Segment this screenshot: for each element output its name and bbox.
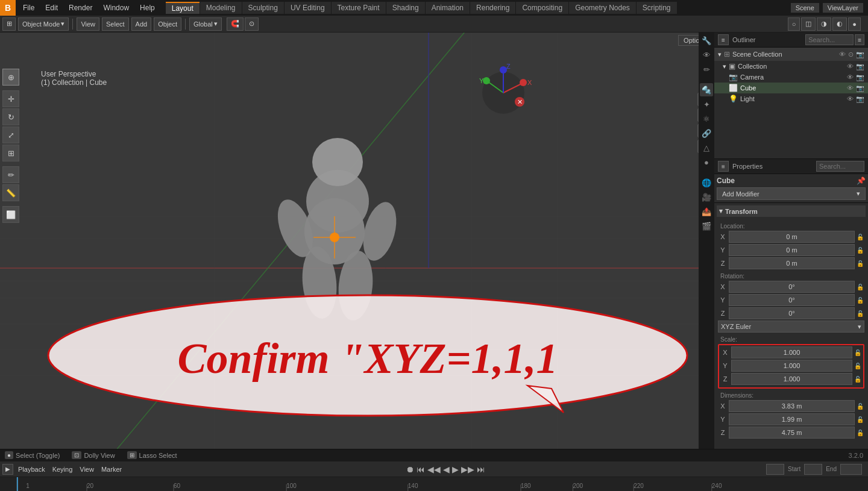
cube-render[interactable]: 📷: [856, 84, 864, 92]
cube-vis[interactable]: 👁: [847, 84, 854, 92]
select-btn[interactable]: Select: [102, 17, 129, 31]
add-cube-tool[interactable]: ⬜: [2, 206, 19, 223]
shading-rendered[interactable]: ●: [848, 17, 861, 31]
scale-x-lock[interactable]: 🔓: [854, 348, 862, 357]
loc-x-lock[interactable]: 🔓: [856, 233, 864, 241]
rot-x-lock[interactable]: 🔓: [856, 283, 864, 291]
properties-type-icon[interactable]: ≡: [718, 161, 729, 172]
dim-z-value[interactable]: 4.75 m: [729, 427, 855, 439]
outliner-item-collection[interactable]: ▾ ▣ Collection 👁 📷: [714, 61, 868, 72]
play-back-btn[interactable]: ◀: [443, 464, 450, 474]
tab-modeling[interactable]: Modeling: [200, 2, 242, 14]
overlay-btn[interactable]: ○: [788, 17, 800, 31]
view-layer-name[interactable]: ViewLayer: [823, 3, 863, 13]
timeline-view[interactable]: View: [77, 466, 96, 473]
tab-uv-editing[interactable]: UV Editing: [285, 2, 331, 14]
scene-collection-item[interactable]: ▾ ⊞ Scene Collection 👁 ⊙ 📷: [714, 48, 868, 61]
prop-icon-view[interactable]: 👁: [700, 48, 713, 61]
play-btn[interactable]: ▶: [452, 464, 459, 474]
tab-sculpting[interactable]: Sculpting: [242, 2, 284, 14]
loc-z-value[interactable]: 0 m: [729, 257, 855, 269]
tab-rendering[interactable]: Rendering: [470, 2, 515, 14]
view-btn[interactable]: View: [77, 17, 99, 31]
jump-end-btn[interactable]: ⏭: [477, 464, 485, 474]
transform-tool[interactable]: ⊞: [2, 145, 19, 161]
collection-vis[interactable]: 👁: [847, 63, 854, 70]
prop-icon-render[interactable]: 🎥: [700, 190, 713, 204]
record-btn[interactable]: ⏺: [406, 464, 414, 474]
timeline-keying[interactable]: Keying: [50, 466, 75, 473]
timeline-playback[interactable]: Playback: [16, 466, 48, 473]
outliner-filter-btn[interactable]: ≡: [855, 34, 864, 45]
light-vis[interactable]: 👁: [847, 95, 854, 103]
start-frame-input[interactable]: 1: [804, 464, 822, 475]
scene-collection-vis-icon[interactable]: 👁: [839, 51, 846, 58]
prop-icon-edit[interactable]: ✏: [700, 63, 713, 76]
menu-render[interactable]: Render: [64, 2, 97, 13]
scale-y-lock[interactable]: 🔓: [854, 361, 862, 370]
scene-collection-render-icon[interactable]: 📷: [856, 51, 864, 58]
dim-z-lock[interactable]: 🔓: [856, 428, 864, 437]
tab-shading[interactable]: Shading: [386, 2, 425, 14]
transform-header[interactable]: ▾ Transform: [717, 205, 866, 217]
tab-geometry-nodes[interactable]: Geometry Nodes: [569, 2, 636, 14]
loc-x-value[interactable]: 0 m: [729, 231, 855, 243]
scale-z-lock[interactable]: 🔓: [854, 375, 862, 383]
outliner-item-camera[interactable]: 📷 Camera 👁 📷: [714, 72, 868, 83]
outliner-type-icon[interactable]: ≡: [718, 34, 729, 45]
prop-icon-data[interactable]: △: [700, 141, 713, 154]
prop-icon-world[interactable]: 🌐: [700, 176, 713, 189]
menu-window[interactable]: Window: [98, 2, 134, 13]
scale-y-value[interactable]: 1.000: [731, 360, 852, 372]
rot-z-lock[interactable]: 🔓: [856, 309, 864, 317]
prop-icon-output[interactable]: 📤: [700, 205, 713, 218]
prop-icon-particles[interactable]: ✦: [700, 98, 713, 111]
timeline-type-icon[interactable]: ▶: [2, 464, 13, 475]
shading-material[interactable]: ◐: [832, 17, 847, 31]
annotate-tool[interactable]: ✏: [2, 166, 19, 183]
dim-y-lock[interactable]: 🔓: [856, 415, 864, 424]
prop-icon-physics[interactable]: ⚛: [700, 112, 713, 125]
rot-y-value[interactable]: 0°: [729, 294, 855, 306]
move-tool[interactable]: ✛: [2, 90, 19, 107]
tab-layout[interactable]: Layout: [166, 2, 200, 14]
outliner-search[interactable]: [805, 34, 854, 45]
snap-btn[interactable]: 🧲: [227, 17, 244, 31]
menu-help[interactable]: Help: [135, 2, 160, 13]
rotate-tool[interactable]: ↻: [2, 108, 19, 125]
dim-x-lock[interactable]: 🔓: [856, 402, 864, 410]
tab-animation[interactable]: Animation: [426, 2, 470, 14]
prop-icon-scene2[interactable]: 🎬: [700, 219, 713, 233]
prop-icon-constraints[interactable]: 🔗: [700, 127, 713, 140]
menu-edit[interactable]: Edit: [40, 2, 63, 13]
menu-file[interactable]: File: [18, 2, 39, 13]
camera-render[interactable]: 📷: [856, 73, 864, 81]
rot-y-lock[interactable]: 🔓: [856, 296, 864, 304]
outliner-item-light[interactable]: 💡 Light 👁 📷: [714, 93, 868, 104]
tab-compositing[interactable]: Compositing: [516, 2, 568, 14]
prop-icon-modifier[interactable]: 🔩: [700, 83, 713, 96]
scene-name[interactable]: Scene: [791, 3, 819, 13]
proportional-btn[interactable]: ⊙: [245, 17, 259, 31]
euler-mode-dropdown[interactable]: XYZ Euler ▾: [718, 321, 864, 333]
prop-icon-material[interactable]: ●: [700, 155, 713, 169]
collection-render[interactable]: 📷: [856, 63, 864, 70]
loc-z-lock[interactable]: 🔓: [856, 259, 864, 267]
rot-x-value[interactable]: 0°: [729, 281, 855, 293]
dim-x-value[interactable]: 3.83 m: [729, 400, 855, 412]
timeline-marker[interactable]: Marker: [99, 466, 124, 473]
rot-z-value[interactable]: 0°: [729, 307, 855, 319]
jump-start-btn[interactable]: ⏮: [417, 464, 425, 474]
add-modifier-btn[interactable]: Add Modifier ▾: [717, 187, 866, 200]
scene-collection-sel-icon[interactable]: ⊙: [848, 51, 854, 58]
light-render[interactable]: 📷: [856, 95, 864, 103]
main-viewport[interactable]: X Y Z ✕ User Perspective (1) Collection …: [0, 33, 714, 461]
xray-btn[interactable]: ◫: [801, 17, 816, 31]
tab-scripting[interactable]: Scripting: [637, 2, 677, 14]
camera-vis[interactable]: 👁: [847, 73, 854, 81]
pin-icon[interactable]: 📌: [857, 177, 866, 185]
object-mode-btn[interactable]: Object Mode ▾: [18, 17, 69, 31]
scale-x-value[interactable]: 1.000: [731, 346, 852, 358]
object-btn[interactable]: Object: [154, 17, 181, 31]
shading-solid[interactable]: ◑: [817, 17, 831, 31]
